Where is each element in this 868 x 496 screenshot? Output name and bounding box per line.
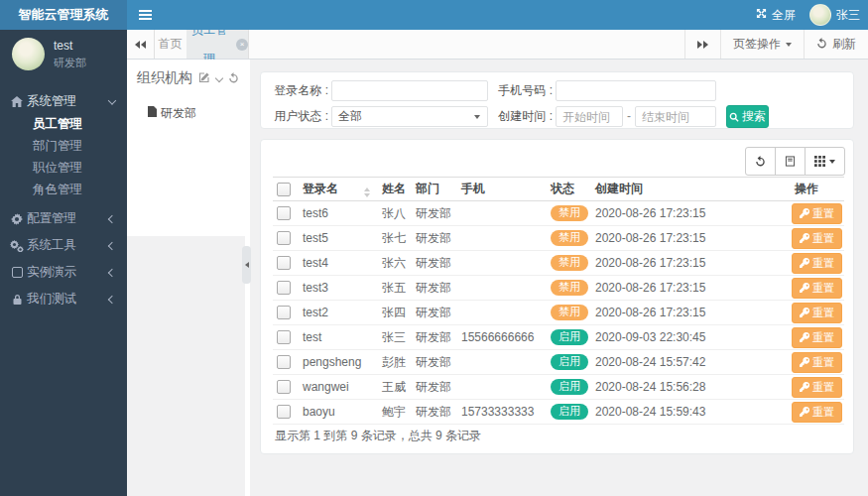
user-menu[interactable]: 张三 [809,4,860,26]
sidebar-item-system-mgmt[interactable]: 系统管理 [0,89,127,113]
table-refresh-button[interactable] [745,147,776,176]
sidebar-item-demo[interactable]: 实例演示 [0,259,127,286]
key-icon [800,407,809,417]
cell-status: 启用 [547,350,591,375]
cell-phone [457,251,547,276]
cell-phone [457,350,547,375]
row-checkbox[interactable] [277,281,291,295]
search-icon [729,112,739,122]
reset-button[interactable]: 重置 [792,203,842,224]
login-name-input[interactable] [331,80,488,101]
cell-name: 张八 [378,201,412,226]
reset-button[interactable]: 重置 [792,253,842,274]
row-checkbox[interactable] [277,256,291,270]
row-checkbox[interactable] [277,306,291,319]
row-checkbox[interactable] [277,380,291,394]
tab-employee-mgmt[interactable]: 员工管理 × [186,30,249,59]
collapse-arrow-icon [245,262,249,268]
sidebar-user-name: test [54,39,86,53]
status-badge: 禁用 [551,230,588,246]
pagination-summary: 显示第 1 到第 9 条记录，总共 9 条记录 [275,428,481,444]
sort-icon[interactable] [364,187,370,197]
start-time-input[interactable] [556,106,623,127]
sidebar-item-system-tools[interactable]: 系统工具 [0,232,127,259]
row-checkbox[interactable] [277,330,291,344]
fullscreen-icon [756,8,767,22]
main-content: 登录名称 : 手机号码 : 用户状态 : 全部 创建时间 : - 搜索 [250,60,868,496]
tab-refresh-button[interactable]: 刷新 [804,30,868,59]
app-title: 智能云管理系统 [0,0,127,30]
cell-dept: 研发部 [412,226,457,251]
table-panel: 登录名 姓名 部门 手机 状态 创建时间 操作 test6张八研发部禁用2020… [260,139,854,454]
top-navbar: 智能云管理系统 全屏 张三 [0,0,868,30]
cell-name: 张五 [378,276,412,301]
table-row: baoyu鲍宇研发部15733333333启用2020-08-24 15:59:… [273,400,844,425]
row-checkbox[interactable] [277,405,291,419]
sidebar-item-department-mgmt[interactable]: 部门管理 [0,135,127,157]
tree-node-dept[interactable]: 研发部 [127,105,245,122]
cell-login: test2 [299,301,378,325]
tab-actions-dropdown[interactable]: 页签操作 [720,30,804,59]
reset-button[interactable]: 重置 [792,327,842,348]
key-icon [800,208,809,218]
workspace: 组织机构 研发部 登录名称 [127,60,868,496]
cell-status: 禁用 [547,226,591,251]
table-row: pengsheng彭胜研发部启用2020-08-24 15:57:42重置 [273,350,844,375]
reset-button[interactable]: 重置 [792,377,842,398]
cell-status: 启用 [547,325,591,350]
column-dept: 部门 [412,178,457,201]
key-icon [800,357,809,367]
chevron-down-icon[interactable] [215,73,223,81]
cell-dept: 研发部 [412,251,457,276]
table-row: test5张七研发部禁用2020-08-26 17:23:15重置 [273,226,844,251]
key-icon [800,258,809,268]
double-right-icon [697,41,708,49]
fullscreen-button[interactable]: 全屏 [756,7,796,24]
toggle-view-button[interactable] [775,147,806,176]
tab-close-icon[interactable]: × [236,39,248,51]
reset-button[interactable]: 重置 [792,228,842,249]
sidebar-item-position-mgmt[interactable]: 职位管理 [0,157,127,179]
cell-phone [457,375,547,400]
phone-input[interactable] [556,80,716,101]
cell-status: 禁用 [547,201,591,226]
cell-status: 启用 [547,375,591,400]
sidebar-item-config-mgmt[interactable]: 配置管理 [0,205,127,232]
columns-dropdown-button[interactable] [805,147,845,176]
select-all-checkbox[interactable] [277,183,291,196]
reset-button[interactable]: 重置 [792,278,842,299]
edit-icon[interactable] [198,71,210,86]
tabs-scroll-right-button[interactable] [684,30,720,59]
end-time-input[interactable] [635,106,716,127]
gear-icon [10,205,24,232]
cell-status: 启用 [547,400,591,425]
cell-created: 2020-08-24 15:59:43 [591,400,760,425]
row-checkbox[interactable] [277,355,291,369]
cell-created: 2020-08-26 17:23:15 [591,201,760,226]
sidebar-toggle-button[interactable] [131,0,159,30]
cell-created: 2020-08-24 15:56:28 [591,375,760,400]
user-status-select[interactable]: 全部 [331,106,488,127]
sidebar-user-dept: 研发部 [54,56,86,70]
reset-button[interactable]: 重置 [792,303,842,323]
row-checkbox[interactable] [277,206,291,220]
column-status: 状态 [547,178,591,201]
sidebar-item-our-test[interactable]: 我们测试 [0,286,127,312]
reset-button[interactable]: 重置 [792,352,842,373]
cell-login: test5 [299,226,378,251]
row-checkbox[interactable] [277,231,291,245]
cogs-icon [10,232,24,259]
cell-created: 2020-08-26 17:23:15 [591,226,760,251]
caret-down-icon [474,115,480,119]
tab-home[interactable]: 首页 [154,30,187,59]
column-login[interactable]: 登录名 [299,178,378,201]
refresh-icon[interactable] [228,72,239,86]
tabs-scroll-left-button[interactable] [127,30,155,59]
sidebar-item-employee-mgmt[interactable]: 员工管理 [0,113,127,135]
search-button[interactable]: 搜索 [726,105,769,128]
sidebar-item-role-mgmt[interactable]: 角色管理 [0,179,127,200]
cell-dept: 研发部 [412,201,457,226]
reset-button[interactable]: 重置 [792,402,842,423]
table-row: test6张八研发部禁用2020-08-26 17:23:15重置 [273,201,844,226]
cell-name: 张六 [378,251,412,276]
